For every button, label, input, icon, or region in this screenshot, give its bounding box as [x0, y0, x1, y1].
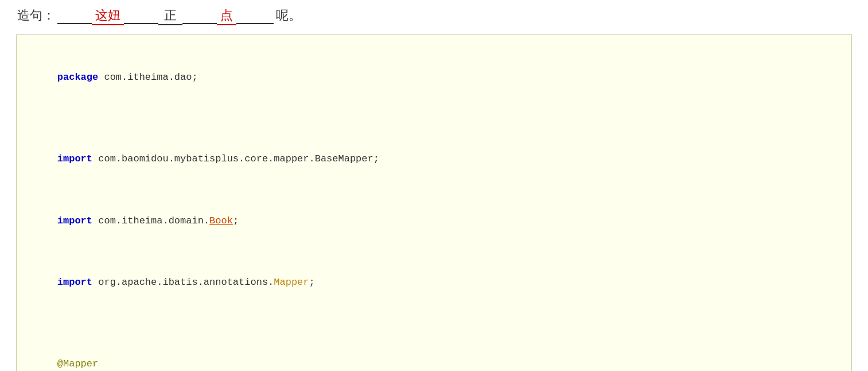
- code-line-blank1: [34, 108, 834, 129]
- code-line-1: package com.itheima.dao;: [34, 47, 834, 108]
- code-line-4: import com.itheima.domain.Book;: [34, 190, 834, 252]
- blank2: [124, 8, 158, 24]
- code-line-5: import org.apache.ibatis.annotations.Map…: [34, 252, 834, 313]
- blank1: [57, 8, 92, 24]
- word3: 点: [217, 7, 236, 25]
- code-line-7: @Mapper: [34, 334, 834, 371]
- blank4: [236, 8, 274, 24]
- word1: 这妞: [92, 7, 124, 25]
- sentence-label: 造句：: [17, 7, 55, 24]
- word2: 正: [158, 7, 182, 25]
- sentence-area: 造句： 这妞 正 点 呢。: [0, 0, 868, 31]
- code-line-blank2: [34, 313, 834, 334]
- code-line-3: import com.baomidou.mybatisplus.core.map…: [34, 129, 834, 190]
- sentence-end: 呢。: [276, 7, 301, 24]
- blank3: [182, 8, 217, 24]
- code-block: package com.itheima.dao; import com.baom…: [16, 34, 852, 371]
